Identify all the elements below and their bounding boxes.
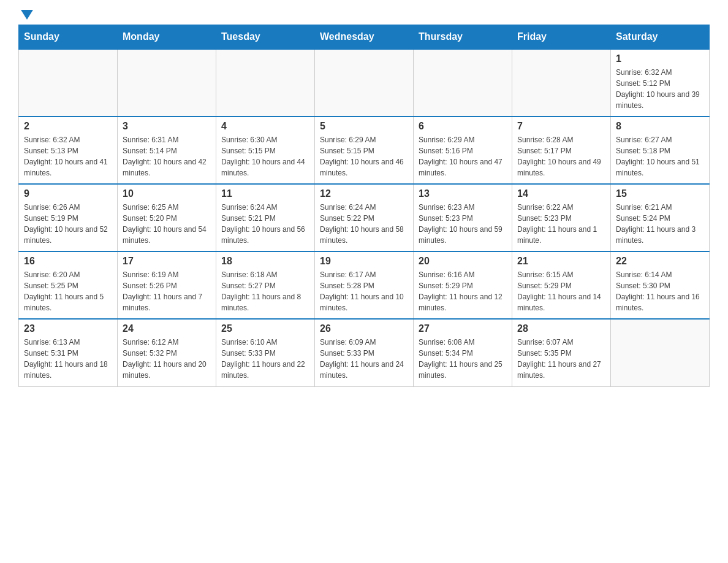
calendar-cell: 20Sunrise: 6:16 AMSunset: 5:29 PMDayligh… [414,251,512,319]
calendar-cell: 3Sunrise: 6:31 AMSunset: 5:14 PMDaylight… [118,117,216,184]
weekday-header-thursday: Thursday [414,25,512,50]
calendar-cell: 19Sunrise: 6:17 AMSunset: 5:28 PMDayligh… [315,251,414,319]
day-info: Sunrise: 6:20 AMSunset: 5:25 PMDaylight:… [24,269,112,313]
day-number: 6 [419,121,507,132]
day-info: Sunrise: 6:23 AMSunset: 5:23 PMDaylight:… [419,202,507,246]
calendar-cell [315,49,414,117]
day-number: 16 [24,256,112,267]
day-info: Sunrise: 6:21 AMSunset: 5:24 PMDaylight:… [616,202,704,246]
calendar-cell: 16Sunrise: 6:20 AMSunset: 5:25 PMDayligh… [19,251,118,319]
calendar-cell [118,49,216,117]
logo [18,12,33,18]
calendar-cell: 4Sunrise: 6:30 AMSunset: 5:15 PMDaylight… [216,117,315,184]
day-number: 15 [616,188,704,199]
day-number: 22 [616,256,704,267]
calendar-cell: 13Sunrise: 6:23 AMSunset: 5:23 PMDayligh… [414,184,512,251]
day-number: 19 [320,256,408,267]
day-info: Sunrise: 6:24 AMSunset: 5:21 PMDaylight:… [221,202,309,246]
calendar-cell: 11Sunrise: 6:24 AMSunset: 5:21 PMDayligh… [216,184,315,251]
calendar-cell: 12Sunrise: 6:24 AMSunset: 5:22 PMDayligh… [315,184,414,251]
calendar-cell: 18Sunrise: 6:18 AMSunset: 5:27 PMDayligh… [216,251,315,319]
calendar-cell: 9Sunrise: 6:26 AMSunset: 5:19 PMDaylight… [19,184,118,251]
calendar-cell: 6Sunrise: 6:29 AMSunset: 5:16 PMDaylight… [414,117,512,184]
weekday-header-wednesday: Wednesday [315,25,414,50]
day-number: 14 [517,188,605,199]
day-number: 3 [123,121,211,132]
calendar-cell: 17Sunrise: 6:19 AMSunset: 5:26 PMDayligh… [118,251,216,319]
svg-marker-0 [21,10,33,20]
day-number: 7 [517,121,605,132]
day-number: 28 [517,323,605,334]
calendar-cell: 22Sunrise: 6:14 AMSunset: 5:30 PMDayligh… [611,251,710,319]
week-row-1: 1Sunrise: 6:32 AMSunset: 5:12 PMDaylight… [19,49,710,117]
calendar-cell: 5Sunrise: 6:29 AMSunset: 5:15 PMDaylight… [315,117,414,184]
day-number: 24 [123,323,211,334]
day-info: Sunrise: 6:32 AMSunset: 5:12 PMDaylight:… [616,67,704,111]
day-number: 9 [24,188,112,199]
week-row-2: 2Sunrise: 6:32 AMSunset: 5:13 PMDaylight… [19,117,710,184]
logo-arrow-icon [21,10,33,20]
calendar-cell [414,49,512,117]
calendar-cell: 23Sunrise: 6:13 AMSunset: 5:31 PMDayligh… [19,319,118,386]
calendar-cell [512,49,611,117]
day-number: 25 [221,323,309,334]
day-info: Sunrise: 6:22 AMSunset: 5:23 PMDaylight:… [517,202,605,246]
calendar-cell: 7Sunrise: 6:28 AMSunset: 5:17 PMDaylight… [512,117,611,184]
day-info: Sunrise: 6:15 AMSunset: 5:29 PMDaylight:… [517,269,605,313]
page-header [18,12,710,18]
day-number: 26 [320,323,408,334]
day-number: 5 [320,121,408,132]
day-info: Sunrise: 6:12 AMSunset: 5:32 PMDaylight:… [123,337,211,381]
day-number: 18 [221,256,309,267]
day-info: Sunrise: 6:10 AMSunset: 5:33 PMDaylight:… [221,337,309,381]
day-info: Sunrise: 6:29 AMSunset: 5:15 PMDaylight:… [320,134,408,178]
day-number: 10 [123,188,211,199]
day-info: Sunrise: 6:31 AMSunset: 5:14 PMDaylight:… [123,134,211,178]
day-info: Sunrise: 6:27 AMSunset: 5:18 PMDaylight:… [616,134,704,178]
calendar-cell: 14Sunrise: 6:22 AMSunset: 5:23 PMDayligh… [512,184,611,251]
day-info: Sunrise: 6:30 AMSunset: 5:15 PMDaylight:… [221,134,309,178]
day-info: Sunrise: 6:08 AMSunset: 5:34 PMDaylight:… [419,337,507,381]
weekday-header-monday: Monday [118,25,216,50]
day-info: Sunrise: 6:13 AMSunset: 5:31 PMDaylight:… [24,337,112,381]
day-number: 20 [419,256,507,267]
day-info: Sunrise: 6:32 AMSunset: 5:13 PMDaylight:… [24,134,112,178]
day-number: 4 [221,121,309,132]
day-info: Sunrise: 6:24 AMSunset: 5:22 PMDaylight:… [320,202,408,246]
weekday-header-saturday: Saturday [611,25,710,50]
day-number: 17 [123,256,211,267]
week-row-5: 23Sunrise: 6:13 AMSunset: 5:31 PMDayligh… [19,319,710,386]
calendar-cell [611,319,710,386]
day-info: Sunrise: 6:09 AMSunset: 5:33 PMDaylight:… [320,337,408,381]
weekday-header-friday: Friday [512,25,611,50]
calendar-cell: 8Sunrise: 6:27 AMSunset: 5:18 PMDaylight… [611,117,710,184]
calendar-cell: 2Sunrise: 6:32 AMSunset: 5:13 PMDaylight… [19,117,118,184]
weekday-header-sunday: Sunday [19,25,118,50]
day-number: 23 [24,323,112,334]
day-number: 1 [616,53,704,64]
day-info: Sunrise: 6:14 AMSunset: 5:30 PMDaylight:… [616,269,704,313]
day-info: Sunrise: 6:26 AMSunset: 5:19 PMDaylight:… [24,202,112,246]
day-info: Sunrise: 6:07 AMSunset: 5:35 PMDaylight:… [517,337,605,381]
day-info: Sunrise: 6:17 AMSunset: 5:28 PMDaylight:… [320,269,408,313]
calendar-cell: 26Sunrise: 6:09 AMSunset: 5:33 PMDayligh… [315,319,414,386]
day-number: 21 [517,256,605,267]
day-info: Sunrise: 6:28 AMSunset: 5:17 PMDaylight:… [517,134,605,178]
calendar-cell [19,49,118,117]
calendar-cell: 27Sunrise: 6:08 AMSunset: 5:34 PMDayligh… [414,319,512,386]
calendar-table: SundayMondayTuesdayWednesdayThursdayFrid… [18,25,710,387]
day-info: Sunrise: 6:19 AMSunset: 5:26 PMDaylight:… [123,269,211,313]
calendar-cell [216,49,315,117]
day-number: 27 [419,323,507,334]
weekday-header-row: SundayMondayTuesdayWednesdayThursdayFrid… [19,25,710,50]
day-number: 12 [320,188,408,199]
calendar-cell: 28Sunrise: 6:07 AMSunset: 5:35 PMDayligh… [512,319,611,386]
day-info: Sunrise: 6:16 AMSunset: 5:29 PMDaylight:… [419,269,507,313]
calendar-cell: 25Sunrise: 6:10 AMSunset: 5:33 PMDayligh… [216,319,315,386]
week-row-3: 9Sunrise: 6:26 AMSunset: 5:19 PMDaylight… [19,184,710,251]
day-number: 13 [419,188,507,199]
week-row-4: 16Sunrise: 6:20 AMSunset: 5:25 PMDayligh… [19,251,710,319]
calendar-cell: 24Sunrise: 6:12 AMSunset: 5:32 PMDayligh… [118,319,216,386]
calendar-cell: 10Sunrise: 6:25 AMSunset: 5:20 PMDayligh… [118,184,216,251]
day-info: Sunrise: 6:18 AMSunset: 5:27 PMDaylight:… [221,269,309,313]
